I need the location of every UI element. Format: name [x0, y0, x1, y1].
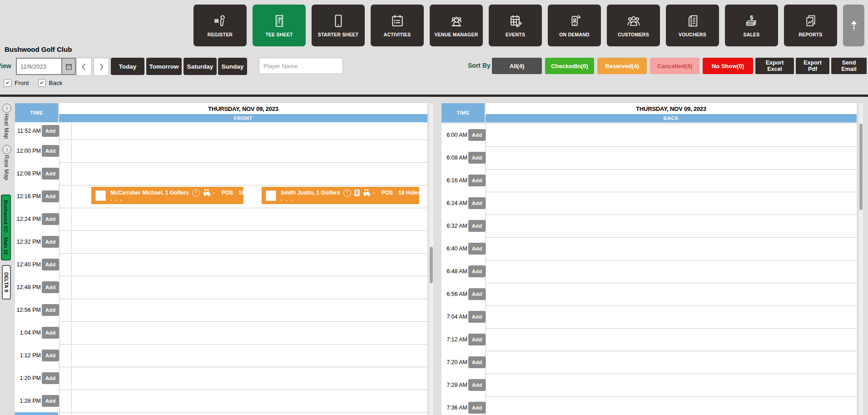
tee-time-slot[interactable]: [60, 162, 427, 185]
previous-day-button[interactable]: [76, 58, 92, 76]
tee-time-slot[interactable]: [486, 146, 857, 170]
quick-date-saturday[interactable]: Saturday: [184, 58, 217, 75]
right-panel-scrollbar[interactable]: [859, 103, 863, 415]
add-button[interactable]: Add: [42, 168, 59, 180]
expand-heat-map-button[interactable]: [2, 104, 11, 113]
tee-time-slot[interactable]: [486, 305, 857, 329]
add-button[interactable]: Add: [468, 197, 486, 209]
add-button[interactable]: Add: [42, 145, 59, 157]
add-button[interactable]: Add: [42, 213, 59, 225]
booking-item[interactable]: Smith Justin, 1 Golfers!-POS18 Holes- - …: [256, 187, 419, 204]
add-button[interactable]: Add: [42, 125, 59, 137]
add-button[interactable]: Add: [468, 152, 486, 164]
tee-time-slot[interactable]: [60, 367, 427, 390]
toolbar-scroll-up-button[interactable]: [843, 5, 864, 46]
next-day-button[interactable]: [94, 58, 109, 76]
tee-time-slot[interactable]: [60, 230, 427, 254]
tee-time-slot[interactable]: [60, 122, 427, 140]
toolbar-item-customers[interactable]: CUSTOMERS: [607, 5, 660, 46]
tee-time-slot[interactable]: [486, 260, 857, 283]
tee-time-slot[interactable]: [60, 253, 427, 276]
expand-rate-map-button[interactable]: [2, 145, 11, 154]
date-input[interactable]: [17, 63, 61, 70]
action-export-excel[interactable]: Export Excel: [755, 58, 794, 74]
booking-checkbox[interactable]: [266, 190, 276, 201]
add-button[interactable]: Add: [42, 236, 59, 248]
add-button[interactable]: Add: [42, 304, 59, 316]
quick-date-tomorrow[interactable]: Tomorrow: [146, 58, 182, 75]
toolbar-item-events[interactable]: EVENTS: [489, 5, 542, 46]
action-send-email[interactable]: Send Email: [831, 58, 867, 74]
add-button[interactable]: Add: [468, 311, 486, 323]
filter-checkedin-0[interactable]: CheckedIn(0): [545, 58, 594, 74]
add-button[interactable]: Add: [42, 281, 59, 293]
toolbar-item-reports[interactable]: REPORTS: [784, 5, 837, 46]
front-checkbox[interactable]: ✔: [4, 79, 11, 87]
tee-time-slot[interactable]: [60, 208, 427, 231]
add-button[interactable]: Add: [468, 265, 486, 277]
filter-cancelled-4[interactable]: Cancelled(4): [650, 58, 699, 74]
booking-checkbox[interactable]: [95, 190, 106, 201]
sidebar-item-heat-map[interactable]: Heat Map: [3, 114, 10, 139]
course-tab-bushwood-gc-main-18[interactable]: Bushwood GC - Main 18: [1, 195, 11, 260]
filter-all-4[interactable]: All(4): [492, 58, 542, 74]
toolbar-item-tee-sheet[interactable]: TEE SHEET: [253, 5, 306, 46]
toolbar-item-on-demand[interactable]: ON DEMAND: [548, 5, 601, 46]
calendar-button[interactable]: [61, 59, 75, 74]
alert-icon[interactable]: !: [343, 189, 351, 197]
toolbar-item-sales[interactable]: SALES: [725, 5, 778, 46]
sidebar-item-rate-map[interactable]: Rate Map: [3, 155, 10, 180]
tee-time-slot[interactable]: [60, 140, 427, 163]
add-button[interactable]: Add: [42, 395, 59, 407]
add-button[interactable]: Add: [468, 129, 486, 141]
back-checkbox[interactable]: ✔: [38, 79, 46, 87]
filter-no-show-0[interactable]: No Show(0): [703, 58, 753, 74]
scrollbar-thumb[interactable]: [859, 124, 863, 210]
left-panel-scrollbar[interactable]: [429, 103, 433, 415]
tee-time-slot[interactable]: [60, 299, 427, 322]
tee-time-slot[interactable]: [486, 328, 857, 351]
action-export-pdf[interactable]: Export Pdf: [796, 58, 829, 74]
date-picker[interactable]: [16, 58, 76, 75]
add-button[interactable]: Add: [42, 327, 59, 339]
toolbar-item-starter-sheet[interactable]: STARTER SHEET: [312, 5, 365, 46]
add-button[interactable]: Add: [468, 356, 486, 368]
add-button[interactable]: Add: [42, 372, 59, 384]
toolbar-item-venue-manager[interactable]: VENUE MANAGER: [430, 5, 483, 46]
tee-time-slot[interactable]: [486, 351, 857, 374]
add-button[interactable]: Add: [468, 402, 486, 414]
alert-icon[interactable]: !: [192, 189, 200, 197]
add-button[interactable]: Add: [468, 334, 486, 345]
add-button[interactable]: Add: [468, 379, 486, 391]
add-button[interactable]: Add: [468, 243, 486, 255]
tee-time-slot[interactable]: [60, 321, 427, 345]
tee-time-slot[interactable]: [486, 237, 857, 260]
player-name-input[interactable]: [259, 58, 343, 74]
add-button[interactable]: Add: [468, 220, 486, 232]
toolbar-item-activities[interactable]: ACTIVITIES: [371, 5, 424, 46]
filter-reserved-4[interactable]: Reserved(4): [597, 58, 647, 74]
tee-time-slot[interactable]: [60, 276, 427, 299]
booking-dots: - - -: [281, 197, 419, 202]
scrollbar-thumb[interactable]: [430, 247, 433, 283]
tee-time-slot[interactable]: [486, 192, 857, 215]
quick-date-today[interactable]: Today: [111, 58, 144, 75]
tee-time-slot[interactable]: [486, 396, 857, 415]
tee-time-slot[interactable]: [60, 344, 427, 367]
tee-time-slot[interactable]: [486, 169, 857, 192]
tee-time-slot[interactable]: [486, 283, 857, 306]
add-button[interactable]: Add: [42, 190, 59, 202]
add-button[interactable]: Add: [42, 259, 59, 270]
add-button[interactable]: Add: [468, 288, 486, 300]
add-button[interactable]: Add: [468, 175, 486, 186]
toolbar-item-register[interactable]: REGISTER: [193, 5, 247, 46]
quick-date-sunday[interactable]: Sunday: [218, 58, 247, 75]
booking-item[interactable]: McCarraher Michael, 1 Golfers!-POS18 Hol…: [86, 187, 243, 204]
tee-time-slot[interactable]: [486, 124, 857, 147]
tee-time-slot[interactable]: [486, 374, 857, 397]
add-button[interactable]: Add: [42, 350, 59, 361]
toolbar-item-vouchers[interactable]: VOUCHERS: [666, 5, 719, 46]
course-tab-delta-9[interactable]: DELTA 9: [2, 265, 11, 300]
tee-time-slot[interactable]: [486, 215, 857, 238]
tee-time-slot[interactable]: [60, 390, 427, 413]
